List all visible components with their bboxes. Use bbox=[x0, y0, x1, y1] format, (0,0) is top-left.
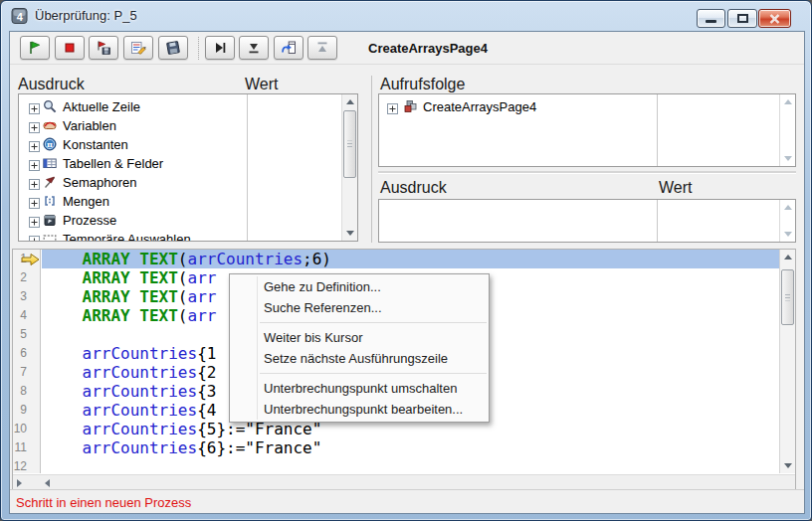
minimize-button[interactable] bbox=[697, 9, 725, 28]
tree-item-tabellen-felder[interactable]: Tabellen & Felder bbox=[19, 154, 357, 173]
panel-splitter-vertical[interactable] bbox=[371, 76, 372, 243]
scroll-up-icon[interactable] bbox=[346, 99, 354, 104]
variable-icon bbox=[43, 118, 57, 132]
call-chain-scrollbar[interactable] bbox=[779, 94, 795, 166]
watch-scrollbar[interactable] bbox=[341, 94, 357, 241]
step-over-icon bbox=[212, 40, 228, 56]
tree-item-konstanten[interactable]: πKonstanten bbox=[19, 135, 357, 154]
step-into-button[interactable] bbox=[239, 36, 269, 60]
line-number[interactable]: 8 bbox=[13, 382, 40, 401]
line-number[interactable]: 3 bbox=[13, 287, 40, 306]
tree-item-label: Aktuelle Zeile bbox=[63, 99, 140, 114]
code-token: ( bbox=[178, 250, 188, 268]
window-content: CreateArraysPage4 Ausdruck Wert Aktuelle… bbox=[9, 31, 805, 514]
custom-watch-divider[interactable] bbox=[657, 200, 658, 242]
expand-toggle-icon[interactable] bbox=[29, 119, 40, 130]
code-line-11[interactable]: arrCountries{6}:="France" bbox=[42, 438, 779, 457]
abort-button[interactable] bbox=[55, 36, 85, 60]
expand-toggle-icon[interactable] bbox=[29, 138, 40, 149]
tree-item-createarrayspage4[interactable]: CreateArraysPage4 bbox=[379, 97, 795, 116]
step-into-icon bbox=[246, 40, 262, 56]
line-number[interactable]: 7 bbox=[13, 363, 40, 382]
no-trace-button[interactable] bbox=[20, 36, 50, 60]
titlebar[interactable]: 4 Überprüfung: P_5 bbox=[1, 1, 811, 31]
editor-scrollbar-thumb[interactable] bbox=[781, 269, 794, 325]
line-number[interactable]: 6 bbox=[13, 344, 40, 363]
method-icon bbox=[403, 99, 417, 113]
panel-splitter-horizontal[interactable] bbox=[378, 171, 796, 174]
abort-and-edit-button[interactable] bbox=[89, 36, 118, 60]
toolbar: CreateArraysPage4 bbox=[10, 32, 804, 65]
scroll-right-icon[interactable] bbox=[17, 479, 22, 487]
tree-item-label: Prozesse bbox=[63, 213, 116, 228]
expand-toggle-icon[interactable] bbox=[29, 157, 40, 168]
process-icon bbox=[43, 213, 57, 227]
custom-watch-scrollbar[interactable] bbox=[779, 200, 795, 242]
tree-item-mengen[interactable]: Mengen bbox=[19, 192, 357, 211]
custom-expression-header: Ausdruck bbox=[380, 179, 447, 197]
menu-item-weiter-bis-kursor[interactable]: Weiter bis Kursor bbox=[230, 327, 489, 348]
save-settings-button[interactable] bbox=[158, 36, 188, 60]
code-token: arrCountries bbox=[83, 401, 198, 420]
tree-item-semaphoren[interactable]: Semaphoren bbox=[19, 173, 357, 192]
edit-method-button[interactable] bbox=[123, 36, 153, 60]
scroll-up-icon[interactable] bbox=[784, 99, 792, 104]
step-out-icon bbox=[314, 40, 330, 56]
expand-toggle-icon[interactable] bbox=[29, 176, 40, 187]
scroll-down-icon[interactable] bbox=[784, 156, 792, 161]
call-chain-panel[interactable]: CreateArraysPage4 bbox=[378, 93, 796, 167]
red-flag-save-icon bbox=[96, 40, 111, 56]
step-into-process-button[interactable] bbox=[274, 36, 304, 60]
menu-item-suche-referenzen[interactable]: Suche Referenzen... bbox=[230, 297, 489, 318]
code-token: ARRAY TEXT bbox=[83, 250, 178, 268]
expand-toggle-icon[interactable] bbox=[29, 233, 40, 242]
tree-item-aktuelle-zeile[interactable]: Aktuelle Zeile bbox=[19, 97, 357, 116]
custom-watch-panel[interactable] bbox=[378, 199, 796, 243]
line-number[interactable]: 9 bbox=[13, 401, 40, 420]
code-token bbox=[44, 268, 83, 287]
line-number[interactable]: 11 bbox=[13, 438, 40, 457]
scroll-down-icon[interactable] bbox=[346, 231, 354, 236]
line-number[interactable]: 1 bbox=[13, 250, 40, 268]
maximize-button[interactable] bbox=[727, 9, 757, 28]
code-token: ;6) bbox=[303, 250, 331, 268]
expand-toggle-icon[interactable] bbox=[387, 100, 398, 111]
code-token: arrCountries bbox=[188, 250, 304, 268]
step-over-button[interactable] bbox=[205, 36, 235, 60]
tree-item-temporäre-auswahlen[interactable]: Temporäre Auswahlen bbox=[19, 230, 357, 242]
svg-text:4: 4 bbox=[17, 11, 24, 23]
code-line-1[interactable]: ARRAY TEXT(arrCountries;6) bbox=[42, 250, 779, 268]
watch-scrollbar-thumb[interactable] bbox=[343, 110, 356, 178]
code-token: {1 bbox=[197, 344, 216, 363]
line-number[interactable]: 5 bbox=[13, 325, 40, 344]
expand-toggle-icon[interactable] bbox=[29, 100, 40, 111]
code-line-12[interactable] bbox=[42, 457, 779, 473]
scroll-down-icon[interactable] bbox=[784, 463, 792, 468]
scroll-up-icon[interactable] bbox=[784, 255, 792, 260]
menu-item-setze-nächste-ausführungszeile[interactable]: Setze nächste Ausführungszeile bbox=[230, 348, 489, 369]
editor-gutter[interactable]: 123456789101112 bbox=[13, 250, 41, 473]
line-number[interactable]: 2 bbox=[13, 268, 40, 287]
custom-value-header: Wert bbox=[659, 179, 692, 197]
editor-horizontal-scrollbar[interactable] bbox=[13, 474, 795, 490]
close-button[interactable] bbox=[758, 9, 791, 28]
watch-tree-panel[interactable]: Aktuelle ZeileVariablenπKonstantenTabell… bbox=[18, 93, 358, 242]
scroll-down-icon[interactable] bbox=[784, 232, 792, 237]
menu-item-gehe-zu-definition[interactable]: Gehe zu Definition... bbox=[230, 276, 489, 297]
tree-item-label: Mengen bbox=[63, 194, 109, 209]
step-out-button[interactable] bbox=[307, 36, 337, 60]
line-number[interactable]: 10 bbox=[13, 420, 40, 438]
line-number[interactable]: 4 bbox=[13, 306, 40, 325]
expand-toggle-icon[interactable] bbox=[29, 195, 40, 206]
scroll-left-icon[interactable] bbox=[45, 479, 50, 487]
code-token: ARRAY TEXT bbox=[83, 268, 178, 287]
menu-item-unterbrechungspunkt-umschalten[interactable]: Unterbrechungspunkt umschalten bbox=[230, 378, 489, 399]
scroll-up-icon[interactable] bbox=[784, 205, 792, 210]
expand-toggle-icon[interactable] bbox=[29, 214, 40, 225]
tree-item-variablen[interactable]: Variablen bbox=[19, 116, 357, 135]
menu-item-unterbrechungspunkt-bearbeiten[interactable]: Unterbrechungspunkt bearbeiten... bbox=[230, 399, 489, 420]
svg-text:π: π bbox=[47, 139, 53, 149]
editor-vertical-scrollbar[interactable] bbox=[779, 250, 795, 473]
code-token bbox=[44, 306, 83, 325]
tree-item-prozesse[interactable]: Prozesse bbox=[19, 211, 357, 230]
